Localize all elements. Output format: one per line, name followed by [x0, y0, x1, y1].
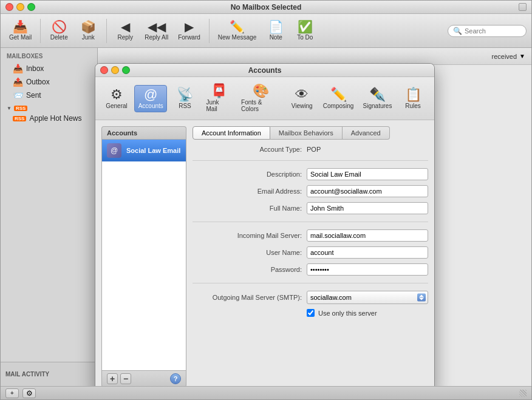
modal-titlebar: Accounts [95, 64, 434, 77]
modal-fonts-colors-button[interactable]: 🎨 Fonts & Colors [237, 82, 284, 115]
sidebar-spacer [1, 124, 97, 362]
outgoing-server-row: Outgoing Mail Server (SMTP): sociallaw.c… [193, 291, 428, 304]
bottom-bar: + ⚙ [1, 386, 531, 399]
account-icon: @ [107, 143, 121, 158]
apple-hot-news-label: Apple Hot News [29, 114, 81, 123]
account-tabs: Account Information Mailbox Behaviors Ad… [193, 126, 428, 140]
resize-button[interactable] [519, 3, 527, 11]
modal-junk-mail-button[interactable]: 📮 Junk Mail [202, 82, 235, 115]
email-address-row: Email Address: [193, 185, 428, 197]
sidebar-item-apple-hot-news[interactable]: RSS Apple Hot News [1, 112, 97, 124]
junk-icon: 📦 [81, 21, 96, 33]
password-row: Password: [193, 263, 428, 276]
delete-button[interactable]: 🚫 Delete [46, 18, 72, 43]
sort-dropdown[interactable]: received ▼ [492, 53, 525, 60]
sidebar: MAILBOXES 📥 Inbox 📤 Outbox 📨 Sent ▼ RSS … [1, 48, 98, 386]
remove-account-button[interactable]: − [120, 373, 131, 384]
signatures-label: Signatures [363, 103, 392, 109]
resize-handle-icon[interactable] [519, 390, 527, 397]
modal-maximize-button[interactable] [122, 66, 130, 74]
to-do-button[interactable]: ✅ To Do [292, 18, 318, 43]
tab-mailbox-behaviors[interactable]: Mailbox Behaviors [270, 126, 343, 140]
to-do-icon: ✅ [298, 21, 313, 33]
reply-icon: ◀ [121, 21, 130, 33]
new-message-button[interactable]: ✏️ New Message [214, 18, 260, 43]
title-bar: No Mailbox Selected [1, 1, 531, 14]
incoming-server-row: Incoming Mail Server: [193, 229, 428, 242]
password-input[interactable] [307, 263, 428, 276]
window-title: No Mailbox Selected [231, 3, 302, 12]
modal-toolbar: ⚙ General @ Accounts 📡 RSS 📮 Junk Mail 🎨 [95, 77, 434, 120]
modal-general-button[interactable]: ⚙ General [101, 86, 132, 112]
use-only-server-checkbox[interactable] [307, 309, 315, 317]
sort-arrow-icon: ▼ [519, 53, 525, 59]
search-icon: 🔍 [453, 27, 462, 35]
modal-close-button[interactable] [100, 66, 108, 74]
sidebar-item-inbox[interactable]: 📥 Inbox [1, 62, 97, 75]
note-button[interactable]: 📄 Note [262, 18, 289, 43]
get-mail-button[interactable]: 📥 Get Mail [5, 18, 35, 43]
accounts-list-box: @ Social Law Email [101, 139, 186, 371]
help-button[interactable]: ? [170, 373, 181, 384]
description-label: Description: [193, 171, 302, 178]
username-label: User Name: [193, 249, 302, 256]
account-type-row: Account Type: POP [193, 146, 428, 153]
maximize-button[interactable] [27, 3, 35, 11]
reply-all-button[interactable]: ◀◀ Reply All [141, 18, 172, 43]
incoming-server-label: Incoming Mail Server: [193, 232, 302, 239]
account-name-social-law: Social Law Email [126, 147, 180, 154]
outbox-icon: 📤 [13, 77, 23, 87]
tab-account-information[interactable]: Account Information [193, 126, 270, 140]
minimize-button[interactable] [16, 3, 24, 11]
fonts-colors-label: Fonts & Colors [241, 99, 281, 112]
junk-button[interactable]: 📦 Junk [75, 18, 101, 43]
signatures-icon: ✒️ [369, 88, 386, 101]
modal-composing-button[interactable]: ✏️ Composing [319, 86, 357, 112]
description-row: Description: [193, 168, 428, 180]
account-item-social-law[interactable]: @ Social Law Email [102, 140, 186, 161]
general-icon: ⚙ [111, 88, 123, 101]
reply-all-icon: ◀◀ [148, 21, 166, 33]
to-do-label: To Do [297, 34, 313, 41]
description-input[interactable] [307, 168, 428, 180]
search-box[interactable]: 🔍 [448, 25, 527, 37]
full-name-input[interactable] [307, 202, 428, 214]
username-input[interactable] [307, 246, 428, 259]
add-mailbox-button[interactable]: + [5, 388, 19, 398]
window-controls [5, 3, 35, 11]
get-mail-label: Get Mail [9, 34, 32, 41]
modal-rss-button[interactable]: 📡 RSS [169, 86, 200, 112]
toolbar-separator-1 [40, 19, 41, 43]
rss-collapse-icon[interactable]: ▼ [7, 106, 12, 111]
apple-news-rss-icon: RSS [13, 116, 26, 121]
account-type-value: POP [307, 146, 321, 153]
outgoing-server-select[interactable]: sociallaw.com [307, 291, 428, 304]
incoming-server-input[interactable] [307, 229, 428, 242]
sidebar-item-outbox[interactable]: 📤 Outbox [1, 75, 97, 89]
viewing-icon: 👁 [295, 88, 309, 101]
modal-viewing-button[interactable]: 👁 Viewing [287, 86, 317, 112]
modal-controls [100, 66, 130, 74]
email-address-input[interactable] [307, 185, 428, 197]
outbox-label: Outbox [26, 78, 50, 86]
junk-mail-icon: 📮 [211, 84, 227, 98]
full-name-label: Full Name: [193, 205, 302, 212]
sent-icon: 📨 [13, 90, 23, 100]
modal-signatures-button[interactable]: ✒️ Signatures [360, 86, 395, 112]
rules-label: Rules [405, 103, 421, 109]
username-row: User Name: [193, 246, 428, 259]
reply-button[interactable]: ◀ Reply [112, 18, 138, 43]
modal-minimize-button[interactable] [111, 66, 119, 74]
modal-body: Accounts @ Social Law Email + − ? [95, 120, 434, 386]
close-button[interactable] [5, 3, 13, 11]
settings-button[interactable]: ⚙ [22, 388, 36, 398]
forward-button[interactable]: ▶ Forward [174, 18, 204, 43]
tab-advanced[interactable]: Advanced [343, 126, 390, 140]
search-input[interactable] [465, 27, 525, 35]
junk-mail-label: Junk Mail [206, 99, 231, 112]
modal-rules-button[interactable]: 📋 Rules [398, 86, 428, 112]
main-window: No Mailbox Selected 📥 Get Mail 🚫 Delete … [0, 0, 532, 400]
modal-accounts-button[interactable]: @ Accounts [134, 85, 167, 112]
add-account-button[interactable]: + [107, 373, 118, 384]
sidebar-item-sent[interactable]: 📨 Sent [1, 89, 97, 102]
